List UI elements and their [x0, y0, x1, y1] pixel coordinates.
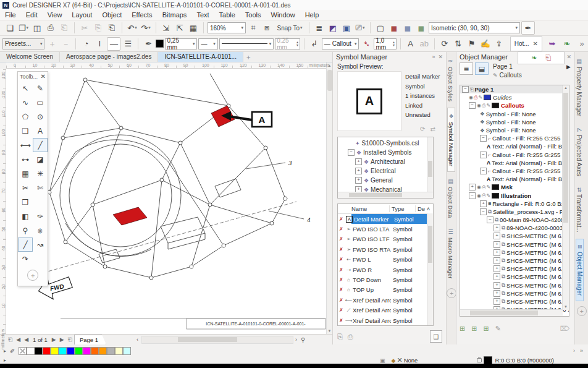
clip-tool[interactable]: ✂ [18, 181, 33, 195]
tree-expander-icon[interactable]: + [494, 282, 500, 289]
symbol-table-row[interactable]: ✗⌂TOP UpSymbol [338, 285, 433, 295]
curve-tool[interactable]: ∿ [18, 95, 33, 109]
menu-help[interactable]: Help [300, 10, 324, 20]
tree-expander-icon[interactable]: − [480, 208, 487, 215]
scroll-up-icon[interactable]: ▲ [563, 85, 569, 91]
tree-expander-icon[interactable]: + [494, 290, 500, 297]
menu-file[interactable]: File [0, 10, 21, 20]
eraser-tool[interactable]: ◪ [33, 152, 48, 166]
tree-expander-icon[interactable]: + [355, 168, 362, 174]
artistic-media-tool[interactable]: ✳ [33, 166, 48, 181]
toggle-dynamic-guides-icon[interactable]: ▣ [340, 22, 353, 34]
horizontal-ruler[interactable]: 0102030405060708090100110120130140150 [6, 62, 326, 69]
close-icon[interactable]: ✕ [41, 73, 46, 80]
color-swatch[interactable] [67, 347, 75, 355]
tree-expander-icon[interactable]: − [469, 192, 476, 199]
color-eyedropper-icon[interactable]: ✐ [10, 348, 15, 354]
pencil-icon[interactable]: ✎ [486, 193, 490, 199]
extrude-tool[interactable]: ❒ [18, 195, 33, 209]
export-library-icon[interactable]: ⎘ [337, 333, 343, 341]
hot-green-icon[interactable]: ❧ [561, 38, 573, 50]
object-tree-item[interactable]: −⌐Callout - Fill: R:255 G:255 B:255 [460, 167, 569, 175]
column-name[interactable]: Name [338, 205, 390, 212]
eye-icon[interactable]: ◉ [469, 95, 473, 100]
delete-symbol-icon[interactable]: ✗ [339, 307, 345, 313]
scroll-down-icon[interactable]: ▼ [563, 304, 569, 310]
symbol-tree-item[interactable]: +❖General [338, 176, 433, 185]
flyout-green-icon[interactable]: ❧ [531, 54, 537, 62]
purge-symbol-icon[interactable]: ⟳ [420, 126, 425, 132]
object-tree-item[interactable]: ◉⎙✎Guides [460, 93, 569, 101]
object-tree-item[interactable]: AText: Arial (Normal) - Fill: Bla [460, 175, 569, 183]
docker-tab-object-manager[interactable]: ≣Object Manager [576, 239, 584, 301]
symbol-table-row[interactable]: ✗⟵Xref Detail Arrow LSymbol [338, 295, 433, 305]
pan-one-shot-icon[interactable]: ⧈ [261, 22, 273, 34]
edit-layer-icon[interactable]: ✎ [495, 325, 501, 333]
object-tree-item[interactable]: +⧉SHCS-METRIC (M 6.0 X 2 [460, 241, 569, 249]
color-swatch[interactable] [75, 347, 83, 355]
close-icon[interactable]: ✕ [438, 54, 443, 60]
tree-expander-icon[interactable]: + [494, 257, 500, 264]
menu-layout[interactable]: Layout [67, 10, 97, 20]
projected-drawing-pen-button[interactable]: ✒ [521, 21, 535, 35]
last-page-icon[interactable]: ▶ [58, 336, 66, 343]
table-tool[interactable]: ▦ [18, 166, 33, 181]
eye-icon[interactable]: ◉ [477, 103, 481, 108]
symbol-table-row[interactable]: ✗➣FWD ISO RTASymbol [338, 244, 433, 254]
tree-expander-icon[interactable]: − [469, 102, 476, 109]
printer-icon[interactable]: ⎙ [482, 192, 485, 199]
menu-effects[interactable]: Effects [127, 10, 157, 20]
docker-tab-macro-manager[interactable]: ☰Macro Manager [447, 224, 454, 284]
menu-object[interactable]: Object [97, 10, 127, 20]
outline-width-combo[interactable]: 0,25 mm▾ [165, 38, 198, 49]
save-button[interactable]: ◫ [31, 22, 43, 34]
flag-icon[interactable]: ⚑ [466, 38, 478, 50]
symbol-tree-item[interactable]: ✦S1000D-Symbols.csl [338, 139, 433, 148]
straight-line-tool[interactable]: ╱ [18, 237, 33, 252]
tree-vertical-scrollbar[interactable] [427, 137, 433, 192]
shape-edit-tool[interactable]: ✎ [33, 81, 48, 95]
color-swatch-none[interactable] [19, 347, 27, 355]
cube-blue-icon[interactable]: ◼ [401, 22, 414, 34]
flyout-red-icon[interactable]: ⎗ [545, 54, 551, 62]
eye-icon[interactable]: ◉ [477, 184, 481, 190]
color-swatch[interactable] [91, 347, 99, 355]
knife-tool[interactable]: ✄ [33, 181, 48, 195]
printer-icon[interactable]: ⎙ [474, 95, 477, 101]
page-tab[interactable]: Page 1 [74, 335, 106, 344]
menu-table[interactable]: Table [214, 10, 240, 20]
new-master-all-icon[interactable]: ⊞ [483, 325, 489, 333]
object-tree-item[interactable]: +◉⎙✎Msk [460, 183, 569, 191]
delete-symbol-icon[interactable]: ✗ [339, 277, 345, 283]
scrollbar-thumb[interactable] [178, 337, 237, 342]
undo-button[interactable]: ↶▾ [126, 22, 138, 34]
eye-icon[interactable]: ◉ [477, 193, 481, 199]
status-flyout-icon[interactable]: ▸ [4, 357, 6, 363]
rectangle-tool[interactable]: ▭ [33, 95, 48, 109]
delete-symbol-icon[interactable]: ✗ [339, 287, 345, 293]
palette-scroll-icon[interactable]: › [573, 348, 575, 354]
tree-expander-icon[interactable]: + [469, 184, 476, 190]
expand-layers-button[interactable]: ⬓ [475, 62, 489, 75]
outline-color-swatch[interactable] [156, 40, 163, 48]
menu-window[interactable]: Window [266, 10, 300, 20]
scroll-right-icon[interactable]: › [293, 336, 299, 343]
flyout-arrow-icon[interactable]: ▶ [566, 62, 571, 70]
color-swatch[interactable] [83, 347, 91, 355]
document-tab[interactable]: ICN-SATELLITE-A-0101... [158, 52, 243, 62]
polygon-tool[interactable]: ⬠ [18, 109, 33, 124]
2-point-curve-tool[interactable]: ↝ [33, 237, 48, 252]
new-button[interactable]: ❏ [4, 22, 16, 34]
cube-red-icon[interactable]: ◼ [388, 22, 400, 34]
printer-icon[interactable]: ⎙ [482, 103, 485, 109]
symbol-table-row[interactable]: ✗⌂TOP DownSymbol [338, 275, 433, 285]
dimension-tool[interactable]: ⟷ [18, 138, 33, 152]
object-tree-item[interactable]: −⧉00-Main 89-NOAO-4200-00 [460, 216, 569, 224]
toggle-grid-icon[interactable]: ◩ [327, 22, 339, 34]
close-icon[interactable]: ✕ [566, 54, 571, 60]
arc-tool[interactable]: ↷ [18, 252, 33, 266]
menu-bitmaps[interactable]: Bitmaps [158, 10, 192, 20]
outline-dash-button[interactable]: ☰ [122, 38, 134, 50]
symbol-tree-item[interactable]: −❖Installed Symbols [338, 148, 433, 157]
object-tree-item[interactable]: +■Rectangle - Fill: R:0 G:0 B:0 (#00 [460, 200, 569, 208]
